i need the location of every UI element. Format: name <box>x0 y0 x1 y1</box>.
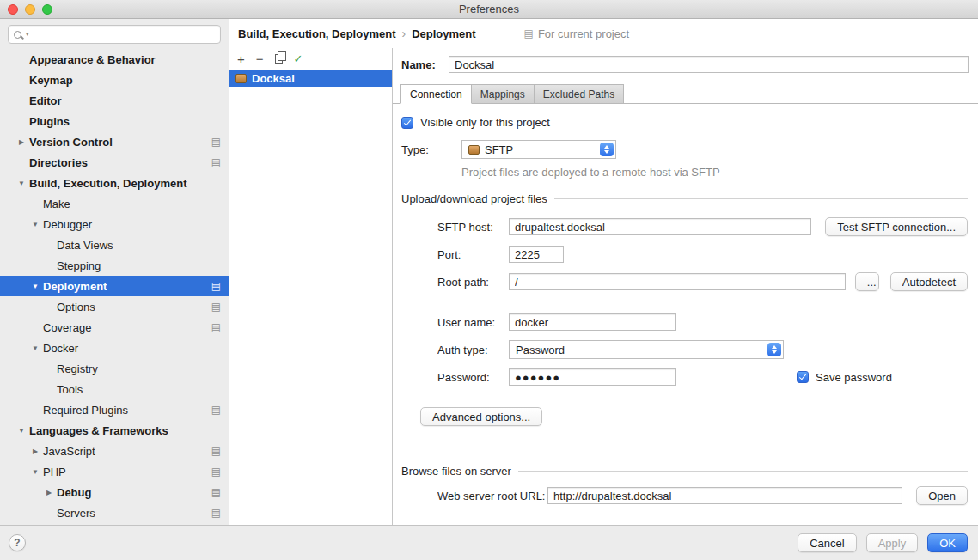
use-as-default-icon[interactable]: ✓ <box>294 53 303 64</box>
for-current-project-text: For current project <box>538 27 629 40</box>
sidebar-item-label: Required Plugins <box>43 404 128 417</box>
apply-button[interactable]: Apply <box>866 533 919 552</box>
sidebar-item-label: Coverage <box>43 321 91 334</box>
server-list-panel: +−✓ Docksal <box>229 48 393 525</box>
type-label: Type: <box>401 143 461 156</box>
sidebar-item-deployment[interactable]: ▼Deployment▤ <box>0 276 229 296</box>
sidebar-item-keymap[interactable]: Keymap <box>0 70 229 90</box>
ok-button[interactable]: OK <box>927 533 968 552</box>
sidebar-item-debug[interactable]: ▶Debug▤ <box>0 482 229 502</box>
sidebar-item-label: Tools <box>57 383 83 396</box>
visible-only-label: Visible only for this project <box>420 116 550 129</box>
collapse-arrow-icon[interactable]: ▼ <box>28 344 43 352</box>
sidebar-item-label: Deployment <box>43 280 107 293</box>
settings-tabs: Connection Mappings Excluded Paths <box>393 84 978 104</box>
sidebar-item-docker[interactable]: ▼Docker <box>0 338 229 358</box>
sidebar-item-label: Editor <box>29 94 62 107</box>
cancel-button[interactable]: Cancel <box>798 533 856 552</box>
sidebar-item-label: Servers <box>57 507 95 520</box>
sidebar-item-version-control[interactable]: ▶Version Control▤ <box>0 131 229 152</box>
collapse-arrow-icon[interactable]: ▼ <box>28 468 43 476</box>
test-sftp-connection-button[interactable]: Test SFTP connection... <box>825 217 968 236</box>
sidebar-item-stepping[interactable]: Stepping <box>0 255 229 276</box>
server-list: Docksal <box>229 70 392 525</box>
section-divider <box>554 198 968 199</box>
user-name-input[interactable] <box>509 313 676 331</box>
sidebar-item-label: Appearance & Behavior <box>29 53 156 66</box>
section-divider <box>518 471 968 472</box>
sidebar-item-javascript[interactable]: ▶JavaScript▤ <box>0 441 229 461</box>
web-root-input[interactable] <box>547 487 902 504</box>
per-project-icon: ▤ <box>211 487 221 497</box>
collapse-arrow-icon[interactable]: ▼ <box>28 221 43 228</box>
sidebar-item-debugger[interactable]: ▼Debugger <box>0 214 229 234</box>
sidebar-item-label: PHP <box>43 466 66 478</box>
root-path-input[interactable] <box>509 273 846 290</box>
sidebar-item-required-plugins[interactable]: Required Plugins▤ <box>0 399 229 420</box>
collapse-arrow-icon[interactable]: ▼ <box>28 283 43 290</box>
port-label: Port: <box>437 248 509 261</box>
type-dropdown[interactable]: SFTP <box>461 140 616 159</box>
per-project-icon: ▤ <box>211 405 221 415</box>
per-project-icon: ▤ <box>211 508 221 518</box>
sidebar-item-plugins[interactable]: Plugins <box>0 111 229 131</box>
collapse-arrow-icon[interactable]: ▼ <box>14 427 29 435</box>
password-input[interactable] <box>509 368 676 386</box>
type-hint: Project files are deployed to a remote h… <box>461 166 968 179</box>
browse-root-path-button[interactable]: ... <box>855 272 879 291</box>
sidebar-item-directories[interactable]: Directories▤ <box>0 152 229 173</box>
expand-arrow-icon[interactable]: ▶ <box>28 447 43 455</box>
sidebar-item-data-views[interactable]: Data Views <box>0 234 229 255</box>
close-window-button[interactable] <box>8 4 18 15</box>
advanced-options-button[interactable]: Advanced options... <box>420 407 542 426</box>
auth-type-dropdown[interactable]: Password <box>509 340 784 359</box>
search-history-chevron-icon: ▾ <box>26 31 29 38</box>
name-label: Name: <box>401 58 449 71</box>
expand-arrow-icon[interactable]: ▶ <box>14 138 29 146</box>
per-project-icon: ▤ <box>211 157 221 167</box>
sidebar-item-make[interactable]: Make <box>0 193 229 214</box>
tab-excluded-paths[interactable]: Excluded Paths <box>535 84 624 104</box>
minimize-window-button[interactable] <box>25 4 35 15</box>
zoom-window-button[interactable] <box>42 4 52 15</box>
breadcrumb-separator-icon: › <box>401 27 406 40</box>
sidebar-item-editor[interactable]: Editor <box>0 90 229 111</box>
tab-connection[interactable]: Connection <box>400 84 472 104</box>
dropdown-stepper-icon <box>767 343 781 356</box>
sidebar-item-php[interactable]: ▼PHP▤ <box>0 461 229 482</box>
visible-only-checkbox[interactable] <box>401 117 413 129</box>
save-password-checkbox[interactable] <box>797 371 809 383</box>
name-input[interactable] <box>449 56 969 73</box>
collapse-arrow-icon[interactable]: ▼ <box>14 180 29 187</box>
sidebar-item-label: Keymap <box>29 74 73 87</box>
sidebar-item-tools[interactable]: Tools <box>0 379 229 399</box>
sidebar-item-options[interactable]: Options▤ <box>0 296 229 317</box>
autodetect-button[interactable]: Autodetect <box>890 272 968 291</box>
server-list-toolbar: +−✓ <box>229 48 392 70</box>
sftp-host-input[interactable] <box>509 218 811 235</box>
sidebar-item-coverage[interactable]: Coverage▤ <box>0 317 229 338</box>
sidebar-item-servers[interactable]: Servers▤ <box>0 502 229 523</box>
per-project-icon: ▤ <box>211 322 221 332</box>
expand-arrow-icon[interactable]: ▶ <box>41 489 57 496</box>
remove-icon[interactable]: − <box>256 52 264 65</box>
sidebar-item-label: Version Control <box>29 136 113 149</box>
copy-icon[interactable] <box>275 54 283 64</box>
sidebar-item-registry[interactable]: Registry <box>0 358 229 379</box>
sidebar-item-label: Directories <box>29 156 88 169</box>
sidebar-item-appearance-behavior[interactable]: Appearance & Behavior <box>0 49 229 70</box>
open-button[interactable]: Open <box>916 486 968 505</box>
help-button[interactable]: ? <box>9 534 26 551</box>
sidebar-item-label: Languages & Frameworks <box>29 424 168 437</box>
settings-search-field[interactable]: ▾ <box>8 25 221 44</box>
sidebar-item-languages-frameworks[interactable]: ▼Languages & Frameworks <box>0 420 229 441</box>
breadcrumb-item-deployment[interactable]: Deployment <box>412 27 475 40</box>
port-input[interactable] <box>509 246 564 263</box>
per-project-icon: ▤ <box>211 446 221 456</box>
tab-mappings[interactable]: Mappings <box>472 84 535 104</box>
server-list-item[interactable]: Docksal <box>229 70 392 87</box>
connection-tab-content: Visible only for this project Type: SFTP… <box>393 104 978 525</box>
sidebar-item-build-execution-deployment[interactable]: ▼Build, Execution, Deployment <box>0 173 229 193</box>
breadcrumb-item-build-execution-deployment[interactable]: Build, Execution, Deployment <box>238 27 395 40</box>
add-icon[interactable]: + <box>237 52 245 65</box>
